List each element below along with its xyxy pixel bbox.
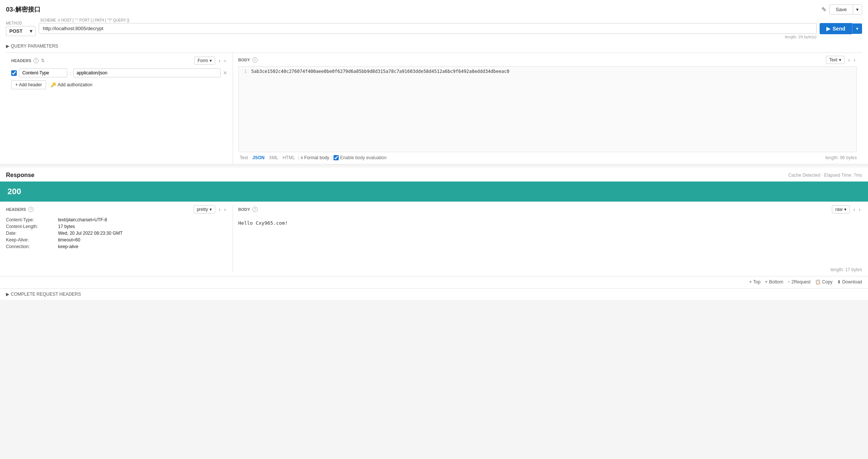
bottom-button[interactable]: + Bottom bbox=[765, 279, 783, 285]
pretty-dropdown-icon: ▾ bbox=[210, 207, 212, 212]
col-right-arrow[interactable]: › bbox=[223, 57, 227, 64]
request-title-row: 03-解密接口 ✎ Save ▾ bbox=[6, 4, 862, 15]
resp-header-key: Content-Type: bbox=[6, 217, 58, 222]
cache-info: Cache Detected · Elapsed Time: 7ms bbox=[788, 173, 862, 178]
status-code: 200 bbox=[7, 187, 21, 196]
resp-col-arrows: ‹ › bbox=[217, 206, 227, 213]
body-tab-xml[interactable]: XML bbox=[268, 154, 280, 161]
header-row: : ✕ bbox=[11, 68, 227, 77]
resp-body-col-left[interactable]: ‹ bbox=[852, 206, 857, 213]
body-separator-2: | bbox=[331, 155, 332, 160]
body-editor[interactable]: 15ab3ce1502c40c276074f400aee0be0f6279d6a… bbox=[238, 66, 857, 152]
top-button[interactable]: + Top bbox=[749, 279, 760, 285]
send-icon: ▶ bbox=[826, 26, 830, 32]
resp-headers-title: HEADERS bbox=[6, 207, 26, 212]
raw-dropdown[interactable]: raw ▾ bbox=[832, 205, 849, 214]
resp-header-row: Content-Length:17 bytes bbox=[6, 224, 227, 229]
download-icon: ⬇ bbox=[837, 279, 841, 285]
send-dropdown-button[interactable]: ▾ bbox=[852, 23, 862, 34]
url-input-wrap: SCHEME :// HOST [ ":" PORT ] [ PATH [ "?… bbox=[39, 18, 817, 39]
edit-icon[interactable]: ✎ bbox=[821, 6, 826, 13]
copy-label: Copy bbox=[822, 279, 833, 285]
response-two-col: HEADERS ? pretty ▾ ‹ › Content-Type:text… bbox=[0, 202, 868, 276]
headers-sort-icon[interactable]: ⇅ bbox=[41, 58, 45, 63]
resp-body-section-header: BODY ? raw ▾ ‹ › bbox=[238, 205, 862, 214]
resp-body-col-arrows: ‹ › bbox=[852, 206, 862, 213]
body-content: 5ab3ce1502c40c276074f400aee0be0f6279d6a8… bbox=[251, 69, 510, 74]
raw-label: raw bbox=[835, 207, 842, 212]
body-col-arrows: ‹ › bbox=[847, 56, 857, 64]
body-type-dropdown-icon: ▾ bbox=[839, 57, 841, 62]
format-body-button[interactable]: ≡ Format body bbox=[300, 155, 329, 160]
body-tab-json[interactable]: JSON bbox=[251, 154, 266, 161]
resp-header-key: Content-Length: bbox=[6, 224, 58, 229]
add-auth-button[interactable]: 🔑 Add authorization bbox=[51, 80, 92, 89]
send-button[interactable]: ▶ Send bbox=[820, 23, 852, 34]
header-value-input[interactable] bbox=[73, 68, 221, 77]
request-two-col: HEADERS ? ⇅ Form ▾ ‹ › bbox=[6, 52, 862, 164]
headers-title: HEADERS bbox=[11, 58, 31, 63]
copy-button[interactable]: 📋 Copy bbox=[815, 279, 833, 285]
method-select[interactable]: POST ▾ bbox=[6, 26, 36, 36]
resp-header-key: Keep-Alive: bbox=[6, 237, 58, 243]
eval-checkbox[interactable] bbox=[334, 155, 339, 160]
headers-panel: HEADERS ? ⇅ Form ▾ ‹ › bbox=[6, 53, 233, 164]
body-panel: BODY ? Text ▾ ‹ › 15ab3ce1502c40c276074f… bbox=[233, 53, 862, 164]
add-buttons: + Add header 🔑 Add authorization bbox=[11, 80, 227, 89]
method-label: METHOD bbox=[6, 21, 36, 25]
body-tab-html[interactable]: HTML bbox=[281, 154, 296, 161]
download-button[interactable]: ⬇ Download bbox=[837, 279, 862, 285]
pretty-dropdown[interactable]: pretty ▾ bbox=[194, 205, 215, 214]
body-col-left-arrow[interactable]: ‹ bbox=[847, 56, 852, 64]
format-body-label: Format body bbox=[304, 155, 329, 160]
resp-header-key: Connection: bbox=[6, 244, 58, 249]
resp-header-val: 17 bytes bbox=[58, 224, 227, 229]
url-input[interactable] bbox=[39, 23, 817, 34]
status-bar: 200 bbox=[0, 182, 868, 202]
send-label: Send bbox=[833, 26, 845, 32]
body-type-dropdown[interactable]: Text ▾ bbox=[826, 56, 845, 64]
resp-body-col-right[interactable]: › bbox=[857, 206, 862, 213]
body-type-label: Text bbox=[829, 57, 837, 62]
body-length: length: 96 bytes bbox=[825, 155, 857, 160]
resp-col-left[interactable]: ‹ bbox=[217, 206, 222, 213]
top-icon: + bbox=[749, 279, 752, 285]
send-btn-group: ▶ Send ▾ bbox=[820, 23, 862, 34]
response-panel: Response Cache Detected · Elapsed Time: … bbox=[0, 167, 868, 300]
complete-req-label: COMPLETE REQUEST HEADERS bbox=[11, 292, 81, 297]
resp-section-header: HEADERS ? pretty ▾ ‹ › bbox=[6, 205, 227, 214]
raw-dropdown-icon: ▾ bbox=[844, 207, 846, 212]
resp-body-content: Hello Cxy965.com! bbox=[238, 217, 862, 229]
top-label: Top bbox=[753, 279, 760, 285]
header-checkbox[interactable] bbox=[11, 70, 17, 76]
add-header-button[interactable]: + Add header bbox=[11, 80, 46, 89]
to-request-label: 2Request bbox=[791, 279, 810, 285]
header-key-input[interactable] bbox=[19, 68, 67, 77]
body-header: BODY ? Text ▾ ‹ › bbox=[238, 56, 857, 64]
resp-header-row: Connection:keep-alive bbox=[6, 244, 227, 249]
save-button[interactable]: Save bbox=[830, 5, 853, 14]
resp-col-right[interactable]: › bbox=[223, 206, 227, 213]
save-dropdown-button[interactable]: ▾ bbox=[853, 5, 862, 14]
key-icon: 🔑 bbox=[51, 82, 56, 87]
col-arrows: ‹ › bbox=[217, 57, 227, 64]
to-request-button[interactable]: ↑ 2Request bbox=[788, 279, 810, 285]
resp-header-val: keep-alive bbox=[58, 244, 227, 249]
resp-header-val: timeout=60 bbox=[58, 237, 227, 243]
col-left-arrow[interactable]: ‹ bbox=[217, 57, 222, 64]
body-col-right-arrow[interactable]: › bbox=[852, 56, 857, 64]
headers-section-header: HEADERS ? ⇅ Form ▾ ‹ › bbox=[11, 57, 227, 65]
url-row: METHOD POST ▾ SCHEME :// HOST [ ":" PORT… bbox=[6, 18, 862, 39]
resp-body-footer: length: 17 bytes bbox=[238, 267, 862, 272]
bottom-label: Bottom bbox=[769, 279, 783, 285]
headers-form-dropdown[interactable]: Form ▾ bbox=[194, 57, 215, 65]
bottom-icon: + bbox=[765, 279, 768, 285]
header-delete-button[interactable]: ✕ bbox=[223, 70, 227, 76]
resp-header-row: Keep-Alive:timeout=60 bbox=[6, 237, 227, 243]
eval-label: Enable body evaluation bbox=[340, 155, 387, 160]
query-params-toggle[interactable]: ▶ QUERY PARAMETERS bbox=[6, 42, 862, 52]
url-length: length: 29 byte(s) bbox=[39, 35, 817, 39]
body-tab-text[interactable]: Text bbox=[238, 154, 249, 161]
complete-req-toggle[interactable]: ▶ COMPLETE REQUEST HEADERS bbox=[0, 288, 868, 300]
title-right: ✎ Save ▾ bbox=[821, 4, 862, 15]
